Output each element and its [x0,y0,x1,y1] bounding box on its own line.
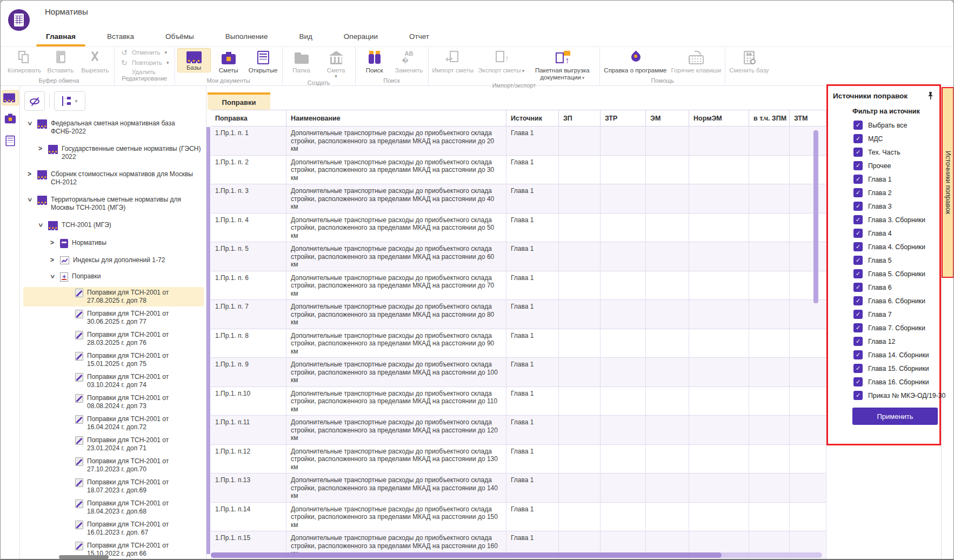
menu-tab[interactable]: Главная [44,29,78,46]
ribbon-small-button[interactable]: Удалить ▾ [120,69,169,75]
checkbox-checked-icon[interactable] [853,350,863,359]
table-row[interactable]: 1.Пр.1. п.10 Дополнительные транспортные… [211,387,826,416]
tree-expand-arrow-icon[interactable] [28,119,37,128]
ribbon-button[interactable]: Сметы▾ [212,48,245,75]
filter-checkbox-item[interactable]: Глава 5 [853,254,939,267]
column-header[interactable]: НормЭМ [689,110,749,126]
checkbox-checked-icon[interactable] [853,134,863,143]
table-vertical-scrollbar[interactable] [813,130,818,303]
tree-item[interactable]: Поправки для ТСН-2001 от 15.01.2025 г. д… [23,350,204,370]
filter-checkbox-item[interactable]: Глава 6. Сборники [853,294,939,308]
checkbox-checked-icon[interactable] [853,188,863,197]
column-header[interactable]: ЗП [559,110,601,126]
tree-item[interactable]: Индексы для дополнений 1-72 [23,254,204,267]
filter-checkbox-item[interactable]: Приказ № МКЭ-ОД/19-30 [853,389,939,402]
menu-tab[interactable]: Вставка [105,29,136,46]
checkbox-checked-icon[interactable] [853,121,863,130]
tree-item[interactable]: ТСН-2001 (МГЭ) [23,218,204,234]
side-tab-sources[interactable]: Источники поправок [942,87,954,278]
ribbon-small-button[interactable]: ↺ Отменить ▾ [120,48,169,57]
checkbox-checked-icon[interactable] [853,283,863,292]
ribbon-small-button[interactable]: ↻ Повторить ▾ [120,58,169,67]
tree-item[interactable]: Поправки для ТСН-2001 от 18.07.2023 г. д… [23,477,204,496]
checkbox-checked-icon[interactable] [853,175,863,184]
tree-item[interactable]: Территориальные сметные нормативы для Мо… [23,192,204,215]
table-row[interactable]: 1.Пр.1. п.14 Дополнительные транспортные… [211,503,826,532]
hide-panel-button[interactable] [24,91,45,111]
menu-tab[interactable]: Объёмы [163,29,196,46]
column-header[interactable]: ЭМ [646,110,689,126]
tree-structure-button[interactable]: ▾ [54,91,85,111]
tree-expand-arrow-icon[interactable] [50,256,60,264]
table-row[interactable]: 1.Пр.1. п. 3 Дополнительные транспортные… [211,184,826,214]
ribbon-button[interactable]: Горячие клавиши▾ [669,48,723,75]
menu-tab[interactable]: Выполнение [223,29,270,46]
table-row[interactable]: 1.Пр.1. п.13 Дополнительные транспортные… [211,474,826,503]
filter-checkbox-item[interactable]: Выбрать все [853,118,939,132]
tree-item[interactable]: Нормативы [23,236,204,251]
checkbox-checked-icon[interactable] [853,215,863,224]
filter-checkbox-item[interactable]: Глава 12 [853,335,939,348]
table-row[interactable]: 1.Пр.1. п. 6 Дополнительные транспортные… [211,271,826,301]
checkbox-checked-icon[interactable] [853,148,863,157]
column-header[interactable]: Поправка [211,110,286,126]
checkbox-checked-icon[interactable] [853,377,863,386]
rail-button[interactable] [2,131,19,151]
checkbox-checked-icon[interactable] [853,202,863,211]
checkbox-checked-icon[interactable] [853,391,863,400]
ribbon-button[interactable]: Базы▾ [177,48,211,72]
tree-item[interactable]: Поправки для ТСН-2001 от 27.08.2025 г. д… [23,287,204,306]
tree-item[interactable]: Поправки для ТСН-2001 от 15.10.2022 г. д… [23,540,204,559]
filter-checkbox-item[interactable]: Глава 3 [853,199,939,213]
table-row[interactable]: 1.Пр.1. п. 5 Дополнительные транспортные… [211,242,826,271]
tree-item[interactable]: Поправки для ТСН-2001 от 16.01.2023 г. д… [23,519,204,538]
tree-expand-arrow-icon[interactable] [50,239,60,247]
scrollbar-thumb[interactable] [211,552,722,558]
tree-item[interactable]: Сборник стоимостных нормативов для Москв… [23,167,204,190]
ribbon-button[interactable]: Копировать▾ [6,48,43,75]
tree-item[interactable]: Поправки для ТСН-2001 от 03.10.2024 г. д… [23,371,204,391]
rail-button[interactable] [2,90,19,105]
rail-button[interactable] [2,109,19,128]
tree-item[interactable]: Поправки для ТСН-2001 от 23.01.2024 г. д… [23,435,204,454]
table-horizontal-scrollbar[interactable] [211,552,822,558]
tree-expand-arrow-icon[interactable] [28,170,37,178]
tree-expand-arrow-icon[interactable] [50,272,60,281]
ribbon-button[interactable]: Открытые▾ [246,48,280,75]
filter-checkbox-item[interactable]: МДС [853,132,939,145]
ribbon-button[interactable]: Папка▾ ▾ [285,48,318,75]
checkbox-checked-icon[interactable] [853,310,863,319]
ribbon-button[interactable]: Поиск▾ [358,48,391,75]
column-header[interactable]: ЗТР [601,110,646,126]
tree-item[interactable]: Государственные сметные нормативы (ГЭСН)… [23,142,204,164]
table-row[interactable]: 1.Пр.1. п. 2 Дополнительные транспортные… [211,156,826,185]
filter-checkbox-item[interactable]: Прочее [853,159,939,172]
filter-checkbox-item[interactable]: Глава 4 [853,226,939,240]
menu-tab[interactable]: Отчет [407,29,431,46]
tree-item[interactable]: Поправки для ТСН-2001 от 30.06.2025 г. д… [23,308,204,328]
filter-checkbox-item[interactable]: Глава 15. Сборники [853,362,939,375]
checkbox-checked-icon[interactable] [853,364,863,373]
filter-checkbox-item[interactable]: Глава 6 [853,281,939,294]
filter-checkbox-item[interactable]: Глава 16. Сборники [853,375,939,389]
checkbox-checked-icon[interactable] [853,256,863,265]
filter-checkbox-item[interactable]: Глава 2 [853,186,939,199]
filter-checkbox-item[interactable]: Глава 14. Сборники [853,348,939,362]
column-header[interactable]: Источник [506,110,559,126]
table-row[interactable]: 1.Пр.1. п.12 Дополнительные транспортные… [211,445,826,474]
filter-checkbox-item[interactable]: Глава 1 [853,172,939,186]
tree-item[interactable]: Поправки для ТСН-2001 от 18.04.2023 г. д… [23,498,204,517]
checkbox-checked-icon[interactable] [853,161,863,170]
checkbox-checked-icon[interactable] [853,296,863,305]
ribbon-button[interactable]: Сменить базу▾ [728,48,770,75]
ribbon-button[interactable]: Пакетная выгрузка документации▾ [527,48,597,82]
ribbon-button[interactable]: Справка о программе▾ [602,48,668,75]
ribbon-button[interactable]: Вставить▾ [44,48,77,75]
ribbon-button[interactable]: Заменить▾ [392,48,426,75]
tree-item[interactable]: Поправки [23,270,204,284]
tree-expand-arrow-icon[interactable] [38,145,48,153]
filter-checkbox-item[interactable]: Тех. Часть [853,145,939,159]
apply-button[interactable]: Применить [852,408,938,425]
table-row[interactable]: 1.Пр.1. п. 4 Дополнительные транспортные… [211,214,826,243]
column-header[interactable]: ЗТМ [790,110,826,126]
